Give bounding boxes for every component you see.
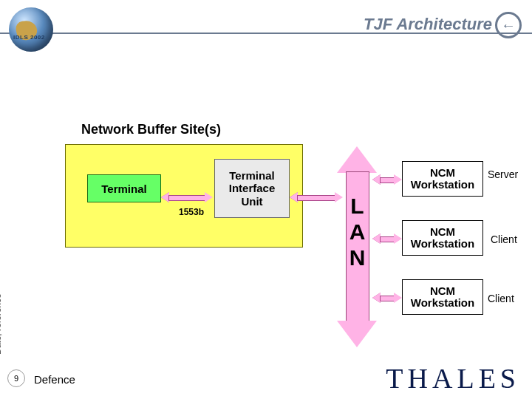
tiu-box: Terminal Interface Unit — [214, 159, 290, 218]
ncm3-l1: NCM — [430, 284, 455, 297]
terminal-box: Terminal — [87, 174, 161, 202]
slide: TJF Architecture ← IDLS 2002 Network Buf… — [0, 0, 532, 399]
footer-label: Defence — [34, 373, 75, 386]
ncm-box-1: NCM Workstation — [402, 161, 483, 197]
terminal-label: Terminal — [101, 183, 146, 195]
ncm3-role: Client — [488, 293, 514, 304]
ncm2-role: Client — [491, 233, 517, 245]
arrow-terminal-tiu — [161, 192, 213, 202]
ncm2-l1: NCM — [430, 225, 455, 238]
ncm2-l2: Workstation — [411, 237, 474, 250]
bus-label: 1553b — [179, 207, 204, 217]
arrow-lan-ncm3 — [372, 293, 402, 303]
back-icon[interactable]: ← — [495, 12, 522, 38]
globe-label: IDLS 2002 — [13, 34, 45, 41]
arrow-tiu-lan — [290, 192, 343, 202]
tiu-line1: Terminal — [229, 169, 274, 182]
ncm-box-2: NCM Workstation — [402, 220, 483, 256]
page-number: 9 — [7, 369, 25, 387]
lan-label: LAN — [337, 194, 377, 271]
arrow-lan-ncm2 — [372, 233, 402, 244]
tiu-line2: Interface — [229, 182, 276, 194]
tiu-line3: Unit — [241, 195, 262, 208]
section-title: Network Buffer Site(s) — [81, 122, 221, 137]
arrow-lan-ncm1 — [372, 174, 402, 185]
ncm1-l2: Workstation — [411, 178, 474, 191]
brand-logo: THALES — [386, 362, 520, 395]
ncm1-role: Server — [488, 168, 518, 180]
ncm3-l2: Workstation — [411, 296, 474, 309]
page-title: TJF Architecture — [364, 15, 492, 34]
ncm1-l1: NCM — [430, 166, 455, 179]
side-reference: Date, reference — [0, 293, 3, 355]
ncm-box-3: NCM Workstation — [402, 279, 483, 315]
globe-logo — [9, 7, 53, 52]
